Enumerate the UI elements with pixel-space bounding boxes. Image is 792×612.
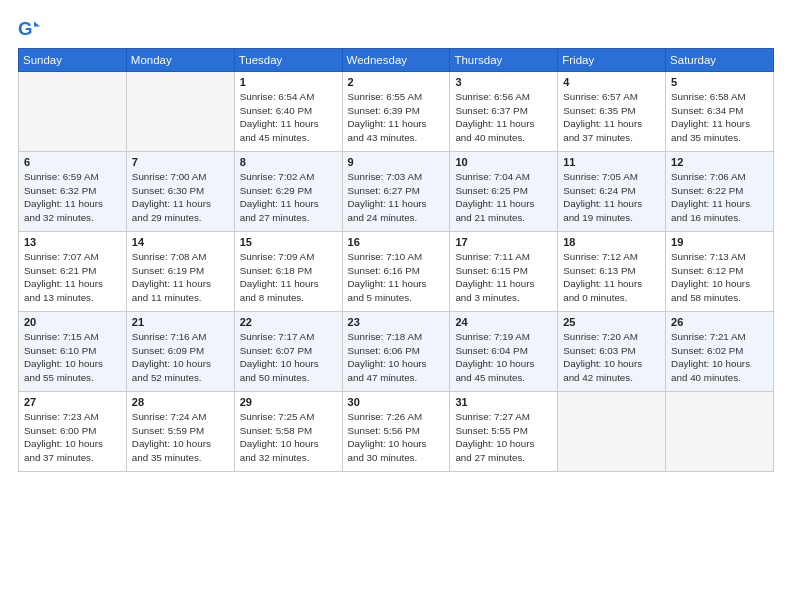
svg-marker-1 xyxy=(34,21,40,26)
day-number: 6 xyxy=(24,156,121,168)
calendar-cell: 12Sunrise: 7:06 AMSunset: 6:22 PMDayligh… xyxy=(666,152,774,232)
day-info: Sunrise: 7:19 AMSunset: 6:04 PMDaylight:… xyxy=(455,330,552,385)
day-number: 14 xyxy=(132,236,229,248)
calendar-cell: 7Sunrise: 7:00 AMSunset: 6:30 PMDaylight… xyxy=(126,152,234,232)
day-number: 18 xyxy=(563,236,660,248)
calendar-cell: 14Sunrise: 7:08 AMSunset: 6:19 PMDayligh… xyxy=(126,232,234,312)
day-info: Sunrise: 7:25 AMSunset: 5:58 PMDaylight:… xyxy=(240,410,337,465)
calendar-cell: 23Sunrise: 7:18 AMSunset: 6:06 PMDayligh… xyxy=(342,312,450,392)
page: G SundayMondayTuesdayWednesdayThursdayFr… xyxy=(0,0,792,612)
calendar-cell: 26Sunrise: 7:21 AMSunset: 6:02 PMDayligh… xyxy=(666,312,774,392)
day-number: 28 xyxy=(132,396,229,408)
logo-icon: G xyxy=(18,18,40,40)
day-number: 11 xyxy=(563,156,660,168)
calendar-cell: 2Sunrise: 6:55 AMSunset: 6:39 PMDaylight… xyxy=(342,72,450,152)
calendar-week-row: 1Sunrise: 6:54 AMSunset: 6:40 PMDaylight… xyxy=(19,72,774,152)
day-number: 27 xyxy=(24,396,121,408)
day-number: 15 xyxy=(240,236,337,248)
day-number: 21 xyxy=(132,316,229,328)
calendar-cell: 19Sunrise: 7:13 AMSunset: 6:12 PMDayligh… xyxy=(666,232,774,312)
logo: G xyxy=(18,18,44,40)
day-info: Sunrise: 7:04 AMSunset: 6:25 PMDaylight:… xyxy=(455,170,552,225)
calendar-cell: 30Sunrise: 7:26 AMSunset: 5:56 PMDayligh… xyxy=(342,392,450,472)
day-info: Sunrise: 6:56 AMSunset: 6:37 PMDaylight:… xyxy=(455,90,552,145)
calendar-cell xyxy=(19,72,127,152)
day-number: 3 xyxy=(455,76,552,88)
day-info: Sunrise: 7:12 AMSunset: 6:13 PMDaylight:… xyxy=(563,250,660,305)
calendar-cell: 27Sunrise: 7:23 AMSunset: 6:00 PMDayligh… xyxy=(19,392,127,472)
day-info: Sunrise: 7:03 AMSunset: 6:27 PMDaylight:… xyxy=(348,170,445,225)
calendar-cell: 5Sunrise: 6:58 AMSunset: 6:34 PMDaylight… xyxy=(666,72,774,152)
day-info: Sunrise: 7:16 AMSunset: 6:09 PMDaylight:… xyxy=(132,330,229,385)
calendar-cell: 22Sunrise: 7:17 AMSunset: 6:07 PMDayligh… xyxy=(234,312,342,392)
day-number: 9 xyxy=(348,156,445,168)
calendar-cell: 31Sunrise: 7:27 AMSunset: 5:55 PMDayligh… xyxy=(450,392,558,472)
day-info: Sunrise: 7:20 AMSunset: 6:03 PMDaylight:… xyxy=(563,330,660,385)
day-info: Sunrise: 7:26 AMSunset: 5:56 PMDaylight:… xyxy=(348,410,445,465)
calendar-cell: 6Sunrise: 6:59 AMSunset: 6:32 PMDaylight… xyxy=(19,152,127,232)
day-number: 31 xyxy=(455,396,552,408)
day-number: 10 xyxy=(455,156,552,168)
calendar-cell: 25Sunrise: 7:20 AMSunset: 6:03 PMDayligh… xyxy=(558,312,666,392)
calendar-week-row: 6Sunrise: 6:59 AMSunset: 6:32 PMDaylight… xyxy=(19,152,774,232)
calendar-cell: 20Sunrise: 7:15 AMSunset: 6:10 PMDayligh… xyxy=(19,312,127,392)
day-info: Sunrise: 7:07 AMSunset: 6:21 PMDaylight:… xyxy=(24,250,121,305)
col-header-friday: Friday xyxy=(558,49,666,72)
calendar-cell: 24Sunrise: 7:19 AMSunset: 6:04 PMDayligh… xyxy=(450,312,558,392)
day-number: 7 xyxy=(132,156,229,168)
col-header-tuesday: Tuesday xyxy=(234,49,342,72)
day-number: 29 xyxy=(240,396,337,408)
day-info: Sunrise: 7:17 AMSunset: 6:07 PMDaylight:… xyxy=(240,330,337,385)
col-header-saturday: Saturday xyxy=(666,49,774,72)
col-header-wednesday: Wednesday xyxy=(342,49,450,72)
calendar-cell: 17Sunrise: 7:11 AMSunset: 6:15 PMDayligh… xyxy=(450,232,558,312)
day-number: 12 xyxy=(671,156,768,168)
day-number: 17 xyxy=(455,236,552,248)
day-number: 25 xyxy=(563,316,660,328)
day-number: 1 xyxy=(240,76,337,88)
day-info: Sunrise: 7:05 AMSunset: 6:24 PMDaylight:… xyxy=(563,170,660,225)
day-info: Sunrise: 7:21 AMSunset: 6:02 PMDaylight:… xyxy=(671,330,768,385)
day-info: Sunrise: 6:59 AMSunset: 6:32 PMDaylight:… xyxy=(24,170,121,225)
calendar-cell: 18Sunrise: 7:12 AMSunset: 6:13 PMDayligh… xyxy=(558,232,666,312)
day-info: Sunrise: 7:18 AMSunset: 6:06 PMDaylight:… xyxy=(348,330,445,385)
day-info: Sunrise: 7:09 AMSunset: 6:18 PMDaylight:… xyxy=(240,250,337,305)
col-header-sunday: Sunday xyxy=(19,49,127,72)
calendar-cell: 3Sunrise: 6:56 AMSunset: 6:37 PMDaylight… xyxy=(450,72,558,152)
calendar-cell: 8Sunrise: 7:02 AMSunset: 6:29 PMDaylight… xyxy=(234,152,342,232)
day-info: Sunrise: 6:54 AMSunset: 6:40 PMDaylight:… xyxy=(240,90,337,145)
day-info: Sunrise: 7:13 AMSunset: 6:12 PMDaylight:… xyxy=(671,250,768,305)
day-info: Sunrise: 7:10 AMSunset: 6:16 PMDaylight:… xyxy=(348,250,445,305)
day-number: 24 xyxy=(455,316,552,328)
header: G xyxy=(18,18,774,40)
calendar-cell xyxy=(666,392,774,472)
day-number: 23 xyxy=(348,316,445,328)
day-number: 30 xyxy=(348,396,445,408)
day-info: Sunrise: 6:58 AMSunset: 6:34 PMDaylight:… xyxy=(671,90,768,145)
day-number: 4 xyxy=(563,76,660,88)
calendar-cell: 13Sunrise: 7:07 AMSunset: 6:21 PMDayligh… xyxy=(19,232,127,312)
day-number: 5 xyxy=(671,76,768,88)
day-info: Sunrise: 7:06 AMSunset: 6:22 PMDaylight:… xyxy=(671,170,768,225)
day-info: Sunrise: 6:57 AMSunset: 6:35 PMDaylight:… xyxy=(563,90,660,145)
calendar-cell: 9Sunrise: 7:03 AMSunset: 6:27 PMDaylight… xyxy=(342,152,450,232)
calendar-cell: 10Sunrise: 7:04 AMSunset: 6:25 PMDayligh… xyxy=(450,152,558,232)
day-number: 19 xyxy=(671,236,768,248)
day-number: 13 xyxy=(24,236,121,248)
svg-text:G: G xyxy=(18,18,32,39)
day-info: Sunrise: 7:11 AMSunset: 6:15 PMDaylight:… xyxy=(455,250,552,305)
calendar-week-row: 13Sunrise: 7:07 AMSunset: 6:21 PMDayligh… xyxy=(19,232,774,312)
day-info: Sunrise: 7:08 AMSunset: 6:19 PMDaylight:… xyxy=(132,250,229,305)
calendar-cell: 21Sunrise: 7:16 AMSunset: 6:09 PMDayligh… xyxy=(126,312,234,392)
col-header-monday: Monday xyxy=(126,49,234,72)
day-info: Sunrise: 7:23 AMSunset: 6:00 PMDaylight:… xyxy=(24,410,121,465)
calendar-cell: 11Sunrise: 7:05 AMSunset: 6:24 PMDayligh… xyxy=(558,152,666,232)
day-number: 16 xyxy=(348,236,445,248)
calendar-header-row: SundayMondayTuesdayWednesdayThursdayFrid… xyxy=(19,49,774,72)
calendar-cell: 15Sunrise: 7:09 AMSunset: 6:18 PMDayligh… xyxy=(234,232,342,312)
calendar-cell: 16Sunrise: 7:10 AMSunset: 6:16 PMDayligh… xyxy=(342,232,450,312)
day-number: 8 xyxy=(240,156,337,168)
day-info: Sunrise: 7:15 AMSunset: 6:10 PMDaylight:… xyxy=(24,330,121,385)
day-number: 20 xyxy=(24,316,121,328)
day-info: Sunrise: 7:00 AMSunset: 6:30 PMDaylight:… xyxy=(132,170,229,225)
